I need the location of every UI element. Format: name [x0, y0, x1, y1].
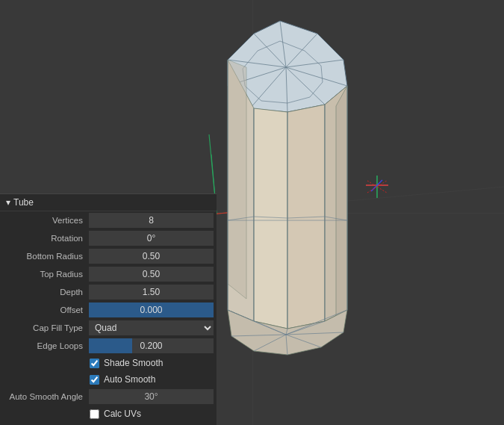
- cap-fill-type-row: Cap Fill Type Quad Triangle Fan Nothing: [0, 319, 217, 337]
- top-radius-row: Top Radius: [0, 265, 217, 283]
- auto-smooth-label: Auto Smooth: [104, 374, 155, 385]
- bottom-radius-field[interactable]: [89, 249, 214, 264]
- shade-smooth-checkbox[interactable]: [90, 359, 99, 368]
- cap-fill-type-select[interactable]: Quad Triangle Fan Nothing: [89, 320, 214, 335]
- bottom-radius-label: Bottom Radius: [3, 252, 89, 261]
- auto-smooth-angle-value: 30°: [144, 391, 158, 402]
- depth-field[interactable]: [89, 285, 214, 300]
- rotation-row: Rotation: [0, 229, 217, 247]
- panel-title: Tube: [13, 197, 34, 208]
- shade-smooth-row: Shade Smooth: [0, 355, 217, 371]
- edge-loops-label: Edge Loops: [3, 341, 89, 350]
- edge-loops-row: Edge Loops 0.200: [0, 337, 217, 355]
- edge-loops-value: 0.200: [140, 341, 162, 351]
- offset-label: Offset: [3, 305, 89, 314]
- rotation-label: Rotation: [3, 234, 89, 243]
- depth-row: Depth: [0, 283, 217, 301]
- calc-uvs-label: Calc UVs: [104, 409, 141, 419]
- cap-fill-type-label: Cap Fill Type: [3, 323, 89, 332]
- calc-uvs-row: Calc UVs: [0, 406, 217, 422]
- shade-smooth-label: Shade Smooth: [104, 358, 163, 368]
- edge-loops-field[interactable]: 0.200: [89, 338, 214, 353]
- vertices-label: Vertices: [3, 216, 89, 225]
- svg-marker-17: [254, 108, 287, 329]
- auto-smooth-angle-field[interactable]: 30°: [89, 389, 214, 404]
- top-radius-label: Top Radius: [3, 270, 89, 279]
- offset-field[interactable]: [89, 303, 214, 317]
- svg-marker-21: [228, 60, 246, 299]
- vertices-row: Vertices: [0, 211, 217, 229]
- panel-header[interactable]: ▾ Tube: [0, 194, 217, 211]
- auto-smooth-angle-label: Auto Smooth Angle: [3, 392, 89, 401]
- auto-smooth-row: Auto Smooth: [0, 371, 217, 388]
- depth-label: Depth: [3, 288, 89, 297]
- properties-panel: ▾ Tube Vertices Rotation Bottom Radius T…: [0, 193, 217, 425]
- auto-smooth-angle-row: Auto Smooth Angle 30°: [0, 388, 217, 406]
- vertices-field[interactable]: [89, 213, 214, 228]
- calc-uvs-checkbox[interactable]: [90, 409, 99, 419]
- svg-marker-20: [336, 86, 347, 329]
- top-radius-field[interactable]: [89, 267, 214, 282]
- offset-row: Offset: [0, 301, 217, 319]
- bottom-radius-row: Bottom Radius: [0, 247, 217, 265]
- rotation-field[interactable]: [89, 231, 214, 246]
- auto-smooth-checkbox[interactable]: [90, 375, 99, 385]
- panel-collapse-icon[interactable]: ▾: [6, 197, 10, 208]
